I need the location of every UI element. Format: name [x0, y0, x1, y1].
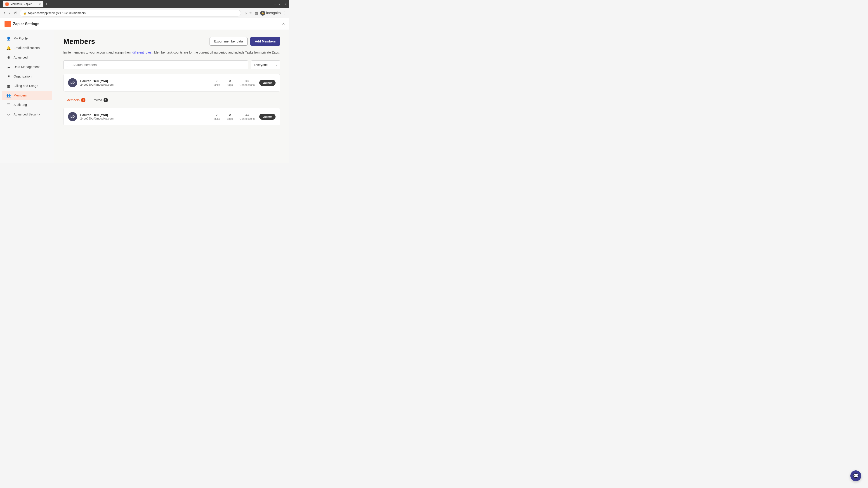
avatar: LD	[68, 112, 77, 121]
member-name: Lauren Deli (You)	[80, 79, 213, 83]
member-stats: 0 Tasks 0 Zaps 11 Connections	[213, 79, 254, 87]
description-text: Invite members to your account and assig…	[63, 51, 132, 54]
restore-button[interactable]: ▭	[279, 2, 282, 6]
browser-chrome: Members | Zapier × + ─ ▭ × ‹ › ↺ 🔒 zapie…	[0, 0, 289, 18]
app-header: Zapier Settings ×	[0, 18, 289, 30]
tasks-value: 0	[213, 79, 220, 83]
filter-select[interactable]: Everyone Members Admins Owners	[251, 60, 280, 69]
close-window-button[interactable]: ×	[285, 2, 287, 6]
extension-icon[interactable]: ▤	[254, 11, 258, 15]
profile-icon: 👤	[6, 36, 11, 41]
bell-icon: 🔔	[6, 46, 11, 50]
sidebar-item-label: Email Notifications	[13, 46, 39, 50]
sidebar-item-data-management[interactable]: ☁ Data Management	[2, 62, 52, 71]
sidebar-item-label: Members	[13, 94, 27, 97]
sidebar: 👤 My Profile 🔔 Email Notifications ⚙ Adv…	[0, 30, 54, 163]
role-badge: Owner	[259, 113, 276, 120]
search-input[interactable]	[63, 60, 248, 69]
audit-icon: ☰	[6, 103, 11, 107]
sidebar-item-label: My Profile	[13, 37, 28, 40]
sidebar-item-label: Advanced Security	[13, 112, 40, 116]
tab-invited[interactable]: Invited 1	[90, 96, 111, 104]
app-logo: Zapier Settings	[4, 21, 39, 27]
tab-members-badge: 1	[81, 98, 86, 102]
tab-members-label: Members	[66, 98, 80, 102]
browser-tab[interactable]: Members | Zapier ×	[3, 1, 43, 7]
billing-icon: ▦	[6, 84, 11, 88]
menu-icon[interactable]: ⋮	[283, 11, 287, 15]
page-title: Members	[63, 37, 95, 46]
export-member-data-button[interactable]: Export member data	[210, 37, 248, 46]
sidebar-item-label: Advanced	[13, 56, 28, 59]
zaps-label: Zaps	[227, 84, 233, 87]
avatar: LD	[68, 78, 77, 87]
zaps-label: Zaps	[227, 117, 233, 121]
connections-stat: 11 Connections	[240, 113, 255, 121]
connections-label: Connections	[240, 117, 255, 121]
title-bar: Members | Zapier × + ─ ▭ ×	[0, 0, 289, 8]
shield-icon: 🛡	[6, 112, 11, 117]
tasks-stat: 0 Tasks	[213, 113, 220, 121]
sidebar-item-label: Audit Log	[13, 103, 27, 107]
member-name: Lauren Deli (You)	[80, 113, 213, 117]
members-icon: 👥	[6, 93, 11, 98]
different-roles-link[interactable]: different roles	[132, 51, 152, 54]
tab-invited-badge: 1	[103, 98, 108, 102]
sidebar-item-organization[interactable]: ■ Organization	[2, 72, 52, 81]
zaps-stat: 0 Zaps	[227, 113, 233, 121]
member-email: 24ee050e@moodjoy.com	[80, 83, 213, 86]
reload-button[interactable]: ↺	[13, 10, 18, 17]
page-header: Members Export member data Add Members	[63, 37, 280, 46]
address-bar[interactable]: 🔒 zapier.com/app/settings/17062338/membe…	[20, 10, 241, 17]
sidebar-item-label: Data Management	[13, 65, 39, 69]
connections-label: Connections	[240, 84, 255, 87]
main-content: Members Export member data Add Members I…	[54, 30, 289, 163]
back-button[interactable]: ‹	[3, 10, 6, 16]
nav-bar: ‹ › ↺ 🔒 zapier.com/app/settings/17062338…	[0, 8, 289, 18]
tabs-row: Members 1 Invited 1	[63, 96, 280, 104]
settings-icon: ⚙	[6, 55, 11, 60]
cloud-icon: ☁	[6, 65, 11, 69]
tab-members[interactable]: Members 1	[63, 96, 89, 104]
tasks-value: 0	[213, 113, 220, 117]
tasks-label: Tasks	[213, 84, 220, 87]
app-body: 👤 My Profile 🔔 Email Notifications ⚙ Adv…	[0, 30, 289, 163]
sidebar-item-email-notifications[interactable]: 🔔 Email Notifications	[2, 43, 52, 53]
connections-value: 11	[240, 113, 255, 117]
forward-button[interactable]: ›	[8, 10, 11, 16]
incognito-badge: 🕵 Incognito	[260, 11, 281, 15]
app-close-button[interactable]: ×	[282, 21, 285, 26]
tab-title: Members | Zapier	[10, 2, 37, 6]
incognito-label: Incognito	[266, 11, 281, 15]
minimize-button[interactable]: ─	[274, 2, 276, 6]
new-tab-button[interactable]: +	[45, 2, 48, 6]
connections-stat: 11 Connections	[240, 79, 255, 87]
app-container: Zapier Settings × 👤 My Profile 🔔 Email N…	[0, 18, 289, 163]
member-email: 24ee050e@moodjoy.com	[80, 117, 213, 120]
ssl-icon: 🔒	[23, 11, 26, 15]
zapier-logo-icon	[4, 21, 11, 27]
sidebar-item-audit-log[interactable]: ☰ Audit Log	[2, 100, 52, 109]
search-wrapper: ⌕	[63, 60, 248, 69]
tab-favicon	[5, 2, 8, 6]
sidebar-item-my-profile[interactable]: 👤 My Profile	[2, 34, 52, 43]
role-badge: Owner	[259, 80, 276, 86]
zaps-stat: 0 Zaps	[227, 79, 233, 87]
tab-close-button[interactable]: ×	[39, 2, 41, 6]
sidebar-item-billing-and-usage[interactable]: ▦ Billing and Usage	[2, 81, 52, 90]
search-icon[interactable]: ⌕	[245, 11, 247, 15]
app-title: Zapier Settings	[13, 22, 39, 26]
org-icon: ■	[6, 74, 11, 78]
header-actions: Export member data Add Members	[210, 37, 280, 46]
sidebar-item-members[interactable]: 👥 Members	[2, 91, 52, 100]
add-members-button[interactable]: Add Members	[250, 37, 280, 46]
bookmark-icon[interactable]: ☆	[249, 11, 252, 15]
sidebar-item-advanced[interactable]: ⚙ Advanced	[2, 53, 52, 62]
zaps-value: 0	[227, 79, 233, 83]
member-info: Lauren Deli (You) 24ee050e@moodjoy.com	[80, 113, 213, 120]
tasks-label: Tasks	[213, 117, 220, 121]
sidebar-item-label: Billing and Usage	[13, 84, 38, 88]
sidebar-item-advanced-security[interactable]: 🛡 Advanced Security	[2, 110, 52, 119]
zaps-value: 0	[227, 113, 233, 117]
member-list-card: LD Lauren Deli (You) 24ee050e@moodjoy.co…	[63, 108, 280, 125]
